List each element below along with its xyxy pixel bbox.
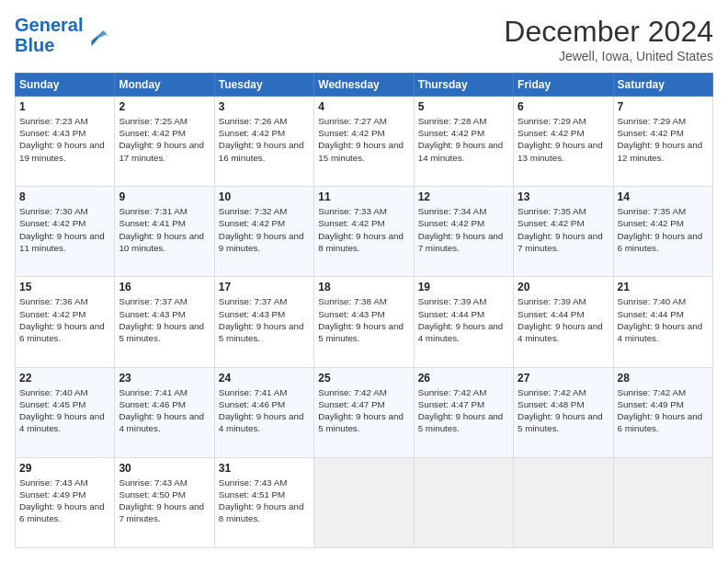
day-number: 10 <box>219 190 310 203</box>
calendar-week-row: 1Sunrise: 7:23 AM Sunset: 4:43 PM Daylig… <box>16 97 713 187</box>
day-number: 2 <box>119 100 210 113</box>
svg-marker-0 <box>92 30 109 46</box>
calendar-day-header: Wednesday <box>314 74 414 97</box>
calendar-cell: 20Sunrise: 7:39 AM Sunset: 4:44 PM Dayli… <box>514 277 613 367</box>
day-info: Sunrise: 7:43 AM Sunset: 4:50 PM Dayligh… <box>119 477 210 525</box>
calendar-cell: 31Sunrise: 7:43 AM Sunset: 4:51 PM Dayli… <box>214 457 313 547</box>
day-number: 22 <box>19 372 110 385</box>
day-info: Sunrise: 7:39 AM Sunset: 4:44 PM Dayligh… <box>518 295 609 344</box>
calendar-cell: 13Sunrise: 7:35 AM Sunset: 4:42 PM Dayli… <box>514 187 613 277</box>
day-number: 30 <box>119 462 210 475</box>
calendar-day-header: Saturday <box>613 74 712 97</box>
day-number: 6 <box>518 100 609 113</box>
day-info: Sunrise: 7:43 AM Sunset: 4:49 PM Dayligh… <box>19 477 110 525</box>
day-number: 19 <box>418 281 509 293</box>
calendar-cell: 11Sunrise: 7:33 AM Sunset: 4:42 PM Dayli… <box>314 187 414 277</box>
calendar-day-header: Sunday <box>16 74 115 97</box>
day-number: 26 <box>418 372 509 385</box>
calendar-cell: 23Sunrise: 7:41 AM Sunset: 4:46 PM Dayli… <box>115 367 214 457</box>
calendar-table: SundayMondayTuesdayWednesdayThursdayFrid… <box>15 73 713 548</box>
day-info: Sunrise: 7:42 AM Sunset: 4:47 PM Dayligh… <box>318 386 409 435</box>
calendar-cell <box>414 457 513 547</box>
day-info: Sunrise: 7:37 AM Sunset: 4:43 PM Dayligh… <box>219 295 310 344</box>
calendar-day-header: Monday <box>115 74 214 97</box>
calendar-cell: 1Sunrise: 7:23 AM Sunset: 4:43 PM Daylig… <box>16 97 115 187</box>
day-number: 18 <box>318 281 409 293</box>
day-number: 31 <box>219 462 310 475</box>
day-number: 25 <box>318 372 409 385</box>
day-info: Sunrise: 7:29 AM Sunset: 4:42 PM Dayligh… <box>618 115 709 164</box>
day-info: Sunrise: 7:41 AM Sunset: 4:46 PM Dayligh… <box>119 386 210 435</box>
page: GeneralBlue December 2024 Jewell, Iowa, … <box>0 0 728 563</box>
calendar-cell: 17Sunrise: 7:37 AM Sunset: 4:43 PM Dayli… <box>214 277 313 367</box>
calendar-cell: 6Sunrise: 7:29 AM Sunset: 4:42 PM Daylig… <box>514 97 613 187</box>
calendar-cell: 8Sunrise: 7:30 AM Sunset: 4:42 PM Daylig… <box>16 187 115 277</box>
day-info: Sunrise: 7:38 AM Sunset: 4:43 PM Dayligh… <box>318 295 409 344</box>
day-number: 8 <box>19 190 110 203</box>
calendar-header-row: SundayMondayTuesdayWednesdayThursdayFrid… <box>16 74 713 97</box>
day-number: 20 <box>518 281 609 293</box>
calendar-cell: 29Sunrise: 7:43 AM Sunset: 4:49 PM Dayli… <box>16 457 115 547</box>
day-number: 12 <box>418 190 509 203</box>
calendar-cell: 22Sunrise: 7:40 AM Sunset: 4:45 PM Dayli… <box>16 367 115 457</box>
day-number: 7 <box>618 100 709 113</box>
logo-icon <box>85 22 110 48</box>
day-number: 24 <box>219 372 310 385</box>
calendar-day-header: Friday <box>514 74 613 97</box>
calendar-cell <box>514 457 613 547</box>
day-number: 9 <box>119 190 210 203</box>
calendar-cell <box>613 457 712 547</box>
calendar-cell: 28Sunrise: 7:42 AM Sunset: 4:49 PM Dayli… <box>613 367 712 457</box>
calendar-day-header: Thursday <box>414 74 513 97</box>
day-info: Sunrise: 7:43 AM Sunset: 4:51 PM Dayligh… <box>219 477 310 525</box>
day-number: 14 <box>618 190 709 203</box>
calendar-cell: 18Sunrise: 7:38 AM Sunset: 4:43 PM Dayli… <box>314 277 414 367</box>
day-number: 27 <box>518 372 609 385</box>
day-info: Sunrise: 7:26 AM Sunset: 4:42 PM Dayligh… <box>219 115 310 164</box>
day-number: 17 <box>219 281 310 293</box>
calendar-cell: 10Sunrise: 7:32 AM Sunset: 4:42 PM Dayli… <box>214 187 313 277</box>
day-number: 16 <box>119 281 210 293</box>
logo: GeneralBlue <box>15 15 110 55</box>
calendar-cell: 21Sunrise: 7:40 AM Sunset: 4:44 PM Dayli… <box>613 277 712 367</box>
day-info: Sunrise: 7:35 AM Sunset: 4:42 PM Dayligh… <box>518 205 609 254</box>
svg-marker-1 <box>97 30 108 37</box>
day-info: Sunrise: 7:39 AM Sunset: 4:44 PM Dayligh… <box>418 295 509 344</box>
title-block: December 2024 Jewell, Iowa, United State… <box>504 15 713 63</box>
day-info: Sunrise: 7:42 AM Sunset: 4:48 PM Dayligh… <box>518 386 609 435</box>
day-number: 11 <box>318 190 409 203</box>
day-info: Sunrise: 7:30 AM Sunset: 4:42 PM Dayligh… <box>19 205 110 254</box>
day-info: Sunrise: 7:32 AM Sunset: 4:42 PM Dayligh… <box>219 205 310 254</box>
day-info: Sunrise: 7:40 AM Sunset: 4:45 PM Dayligh… <box>19 386 110 435</box>
day-info: Sunrise: 7:37 AM Sunset: 4:43 PM Dayligh… <box>119 295 210 344</box>
page-subtitle: Jewell, Iowa, United States <box>504 49 713 63</box>
calendar-cell: 14Sunrise: 7:35 AM Sunset: 4:42 PM Dayli… <box>613 187 712 277</box>
day-number: 4 <box>318 100 409 113</box>
calendar-cell: 5Sunrise: 7:28 AM Sunset: 4:42 PM Daylig… <box>414 97 513 187</box>
day-info: Sunrise: 7:36 AM Sunset: 4:42 PM Dayligh… <box>19 295 110 344</box>
day-number: 21 <box>618 281 709 293</box>
day-number: 1 <box>19 100 110 113</box>
calendar-week-row: 8Sunrise: 7:30 AM Sunset: 4:42 PM Daylig… <box>16 187 713 277</box>
day-info: Sunrise: 7:41 AM Sunset: 4:46 PM Dayligh… <box>219 386 310 435</box>
day-number: 28 <box>618 372 709 385</box>
day-info: Sunrise: 7:42 AM Sunset: 4:47 PM Dayligh… <box>418 386 509 435</box>
day-info: Sunrise: 7:33 AM Sunset: 4:42 PM Dayligh… <box>318 205 409 254</box>
day-info: Sunrise: 7:29 AM Sunset: 4:42 PM Dayligh… <box>518 115 609 164</box>
calendar-cell: 16Sunrise: 7:37 AM Sunset: 4:43 PM Dayli… <box>115 277 214 367</box>
day-number: 13 <box>518 190 609 203</box>
calendar-cell: 30Sunrise: 7:43 AM Sunset: 4:50 PM Dayli… <box>115 457 214 547</box>
calendar-cell: 25Sunrise: 7:42 AM Sunset: 4:47 PM Dayli… <box>314 367 414 457</box>
day-info: Sunrise: 7:35 AM Sunset: 4:42 PM Dayligh… <box>618 205 709 254</box>
day-info: Sunrise: 7:31 AM Sunset: 4:41 PM Dayligh… <box>119 205 210 254</box>
calendar-cell: 4Sunrise: 7:27 AM Sunset: 4:42 PM Daylig… <box>314 97 414 187</box>
day-number: 23 <box>119 372 210 385</box>
calendar-cell: 27Sunrise: 7:42 AM Sunset: 4:48 PM Dayli… <box>514 367 613 457</box>
calendar-cell: 2Sunrise: 7:25 AM Sunset: 4:42 PM Daylig… <box>115 97 214 187</box>
calendar-cell <box>314 457 414 547</box>
day-number: 5 <box>418 100 509 113</box>
calendar-cell: 7Sunrise: 7:29 AM Sunset: 4:42 PM Daylig… <box>613 97 712 187</box>
day-info: Sunrise: 7:23 AM Sunset: 4:43 PM Dayligh… <box>19 115 110 164</box>
day-info: Sunrise: 7:40 AM Sunset: 4:44 PM Dayligh… <box>618 295 709 344</box>
calendar-cell: 15Sunrise: 7:36 AM Sunset: 4:42 PM Dayli… <box>16 277 115 367</box>
